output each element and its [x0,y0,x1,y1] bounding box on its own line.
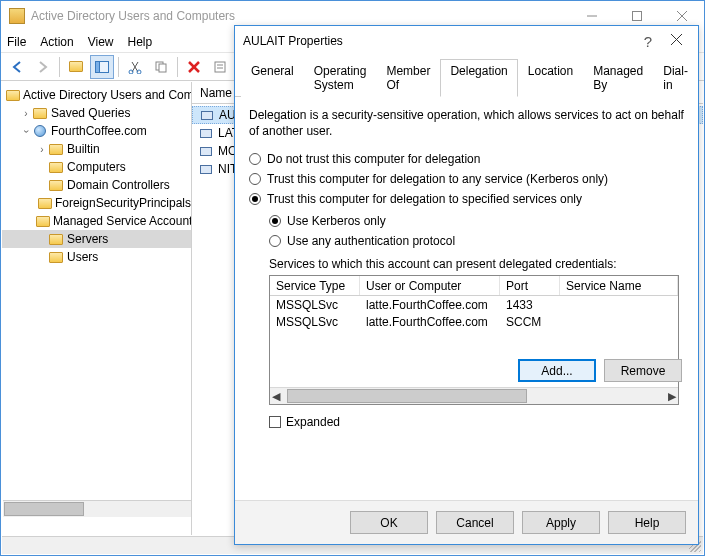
tab-managed-by[interactable]: Managed By [583,59,653,97]
show-hide-tree-button[interactable] [90,55,114,79]
delegation-radio-1[interactable]: Trust this computer for delegation to an… [249,169,684,189]
radio-icon [269,235,281,247]
cut-button[interactable] [123,55,147,79]
tree-item-foreignsecurityprincipals[interactable]: ForeignSecurityPrincipals [2,194,191,212]
copy-button[interactable] [149,55,173,79]
tab-location[interactable]: Location [518,59,583,97]
tree-pane[interactable]: Active Directory Users and Computers › S… [2,82,192,535]
menu-file[interactable]: File [7,35,26,49]
services-table[interactable]: Service Type User or Computer Port Servi… [269,275,679,405]
menu-help[interactable]: Help [128,35,153,49]
tab-delegation[interactable]: Delegation [440,59,517,97]
svg-rect-5 [96,61,100,72]
computer-icon [198,144,214,158]
computer-icon [198,162,214,176]
tree-item-managed-service-accounts[interactable]: Managed Service Accounts [2,212,191,230]
tree-saved-queries[interactable]: › Saved Queries [2,104,191,122]
radio-icon [249,153,261,165]
tree-item-computers[interactable]: Computers [2,158,191,176]
properties-dialog: AULAIT Properties ? GeneralOperating Sys… [234,25,699,545]
cancel-button[interactable]: Cancel [436,511,514,534]
col-service-type[interactable]: Service Type [270,276,360,295]
expanded-label: Expanded [286,415,340,429]
delegation-radio-0[interactable]: Do not trust this computer for delegatio… [249,149,684,169]
tree-item-builtin[interactable]: ›Builtin [2,140,191,158]
expanded-checkbox[interactable] [269,416,281,428]
menu-action[interactable]: Action [40,35,73,49]
svg-rect-12 [215,62,225,72]
dialog-titlebar[interactable]: AULAIT Properties ? [235,26,698,56]
tree-root[interactable]: Active Directory Users and Computers [2,86,191,104]
delete-button[interactable] [182,55,206,79]
computer-icon [198,126,214,140]
delegation-radio-2[interactable]: Trust this computer for delegation to sp… [249,189,684,209]
delegation-description: Delegation is a security-sensitive opera… [249,107,684,139]
svg-rect-9 [159,64,166,72]
svg-rect-1 [632,12,641,21]
tree-item-domain-controllers[interactable]: Domain Controllers [2,176,191,194]
tab-dial-in[interactable]: Dial-in [653,59,698,97]
radio-icon [249,193,261,205]
dialog-tabs: GeneralOperating SystemMember OfDelegati… [235,58,698,97]
tree-domain[interactable]: › FourthCoffee.com [2,122,191,140]
scroll-left-icon[interactable]: ◀ [272,390,280,403]
services-horizontal-scrollbar[interactable]: ◀ ▶ [270,387,678,404]
col-service-name[interactable]: Service Name [560,276,678,295]
remove-button[interactable]: Remove [604,359,682,382]
service-row[interactable]: MSSQLSvclatte.FourthCoffee.com1433 [270,296,678,313]
dialog-close-button[interactable] [662,34,690,48]
tree-item-users[interactable]: Users [2,248,191,266]
auth-radio-1[interactable]: Use any authentication protocol [269,231,684,251]
ok-button[interactable]: OK [350,511,428,534]
back-button[interactable] [5,55,29,79]
forward-button[interactable] [31,55,55,79]
computer-icon [199,108,215,122]
help-button[interactable]: Help [608,511,686,534]
tree-item-servers[interactable]: Servers [2,230,191,248]
scroll-right-icon[interactable]: ▶ [668,390,676,403]
app-icon [9,8,25,24]
radio-icon [249,173,261,185]
properties-button[interactable] [208,55,232,79]
dialog-help-button[interactable]: ? [634,33,662,50]
scroll-thumb[interactable] [287,389,527,403]
service-row[interactable]: MSSQLSvclatte.FourthCoffee.comSCCM [270,313,678,330]
up-button[interactable] [64,55,88,79]
tab-operating-system[interactable]: Operating System [304,59,377,97]
add-button[interactable]: Add... [518,359,596,382]
menu-view[interactable]: View [88,35,114,49]
window-title: Active Directory Users and Computers [31,9,569,23]
services-label: Services to which this account can prese… [269,257,684,271]
dialog-title: AULAIT Properties [243,34,634,48]
col-port[interactable]: Port [500,276,560,295]
tab-general[interactable]: General [241,59,304,97]
col-user-or-computer[interactable]: User or Computer [360,276,500,295]
apply-button[interactable]: Apply [522,511,600,534]
radio-icon [269,215,281,227]
tab-member-of[interactable]: Member Of [376,59,440,97]
auth-radio-0[interactable]: Use Kerberos only [269,211,684,231]
main-window: Active Directory Users and Computers Fil… [0,0,705,556]
